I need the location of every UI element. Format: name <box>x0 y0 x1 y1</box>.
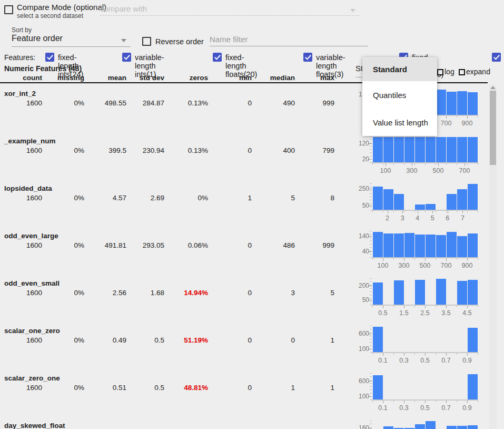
expand-checkbox[interactable] <box>459 69 465 75</box>
x-axis-major-tick <box>467 306 468 308</box>
x-axis-major-tick <box>425 258 426 261</box>
y-axis-tick <box>370 149 372 150</box>
feature-type-checkbox[interactable] <box>45 53 54 62</box>
x-tick-label: 0.3 <box>392 357 416 364</box>
x-tick-label: 0.5 <box>413 404 437 412</box>
x-axis-tick <box>467 211 468 212</box>
x-tick-label: 0.7 <box>434 357 458 364</box>
y-axis-tick <box>370 346 372 346</box>
y-axis-tick <box>370 339 372 339</box>
x-axis-major-tick <box>402 211 403 213</box>
x-axis-tick <box>372 211 373 212</box>
y-axis-tick <box>370 278 372 279</box>
menu-item-standard[interactable]: Standard <box>362 57 437 81</box>
x-axis-major-tick <box>386 163 386 166</box>
feature-type-checkbox[interactable] <box>213 53 222 62</box>
feature-type-checkbox[interactable] <box>303 53 312 62</box>
x-axis-major-tick <box>404 353 404 356</box>
y-tick-label: 140 <box>338 232 369 240</box>
compare-with-input[interactable] <box>100 4 359 16</box>
sort-select[interactable]: Feature order <box>12 34 63 43</box>
sort-dropdown-arrow-icon[interactable] <box>121 39 126 42</box>
x-tick-label: 1.5 <box>392 309 416 317</box>
features-label: Features: <box>4 53 35 62</box>
histogram-chart: 25050234567 <box>338 181 496 228</box>
y-axis-tick <box>370 190 372 191</box>
x-axis-tick <box>457 306 457 307</box>
x-axis-major-tick <box>467 116 468 119</box>
menu-item-value-list-length[interactable]: Value list length <box>362 109 437 136</box>
feature-type-checkbox[interactable] <box>492 53 501 62</box>
feature-row: lopsided_data16000%4.572.690%15825050234… <box>0 181 504 228</box>
x-axis-major-tick <box>448 211 448 213</box>
histogram-bar <box>373 137 383 162</box>
feature-type-checkbox[interactable] <box>122 53 131 62</box>
x-axis-major-tick <box>404 306 404 308</box>
y-axis-tick <box>370 373 372 374</box>
x-axis-major-tick <box>425 401 426 403</box>
sort-select-underline <box>12 46 131 47</box>
histogram-bar <box>468 233 478 257</box>
x-tick-label: 300 <box>400 167 423 174</box>
x-tick-label: 0.3 <box>392 404 416 412</box>
reverse-order-checkbox[interactable] <box>142 37 151 46</box>
name-filter-input[interactable] <box>210 35 368 46</box>
scroll-up-icon[interactable] <box>490 86 496 89</box>
x-tick-label: 0.9 <box>456 404 479 412</box>
x-axis-major-tick <box>412 163 412 166</box>
feature-name: day_skewed_float <box>4 422 65 429</box>
histogram-bar <box>468 137 478 162</box>
x-tick-label: 700 <box>434 262 458 269</box>
stat-max: 999 <box>0 99 334 107</box>
log-checkbox[interactable] <box>437 69 443 75</box>
x-axis-tick <box>372 258 373 260</box>
x-axis-major-tick <box>425 353 426 356</box>
x-axis-tick <box>393 258 394 260</box>
y-axis-tick <box>370 326 372 326</box>
x-axis-major-tick <box>418 211 418 213</box>
x-axis-tick <box>372 163 373 165</box>
histogram-bar <box>383 189 393 210</box>
x-axis-major-tick <box>404 258 404 261</box>
y-tick-label: 600 <box>338 377 369 385</box>
y-tick-label: 100 <box>338 345 369 353</box>
x-tick-label: 900 <box>456 262 479 269</box>
x-axis-tick <box>457 353 457 355</box>
y-axis-tick <box>370 241 372 241</box>
stat-max: 8 <box>0 194 334 202</box>
histogram-bar <box>373 187 383 210</box>
feature-row: scalar_one_zero16000%0.490.551.19%001600… <box>0 323 504 370</box>
histogram-bar <box>426 235 436 257</box>
compare-mode-checkbox[interactable] <box>4 5 13 14</box>
y-axis-tick <box>370 187 372 187</box>
histogram-bar <box>373 282 383 305</box>
histogram-bar <box>415 424 425 429</box>
x-axis-tick <box>457 163 457 165</box>
y-axis-tick <box>370 152 372 153</box>
x-axis-tick <box>436 163 436 165</box>
y-axis-tick <box>370 203 372 204</box>
feature-row: day_skewed_float160 <box>0 418 504 429</box>
x-axis-tick <box>457 116 457 118</box>
column-header-max: max <box>0 74 334 82</box>
histogram-bar <box>415 204 425 210</box>
x-axis-tick <box>446 163 447 165</box>
feature-name: lopsided_data <box>4 184 52 192</box>
histogram-bar <box>468 425 478 429</box>
x-axis-major-tick <box>383 306 383 308</box>
histogram-chart: 12020100300500700 <box>338 133 496 181</box>
compare-dropdown-arrow-icon[interactable] <box>350 9 355 12</box>
y-axis-tick <box>370 197 372 197</box>
y-axis-tick <box>370 295 372 295</box>
y-tick-label: 250 <box>338 185 369 192</box>
scrollbar-thumb[interactable] <box>490 91 496 165</box>
x-axis-major-tick <box>446 306 447 308</box>
x-axis-tick <box>478 116 478 118</box>
x-tick-label: 700 <box>434 120 458 127</box>
histogram-bar <box>468 280 478 305</box>
y-axis-tick <box>370 281 372 282</box>
scrollbar-track[interactable] <box>489 84 497 429</box>
histogram-bar <box>436 137 446 162</box>
menu-item-quantiles[interactable]: Quantiles <box>362 81 437 109</box>
x-axis-major-tick <box>465 163 465 166</box>
